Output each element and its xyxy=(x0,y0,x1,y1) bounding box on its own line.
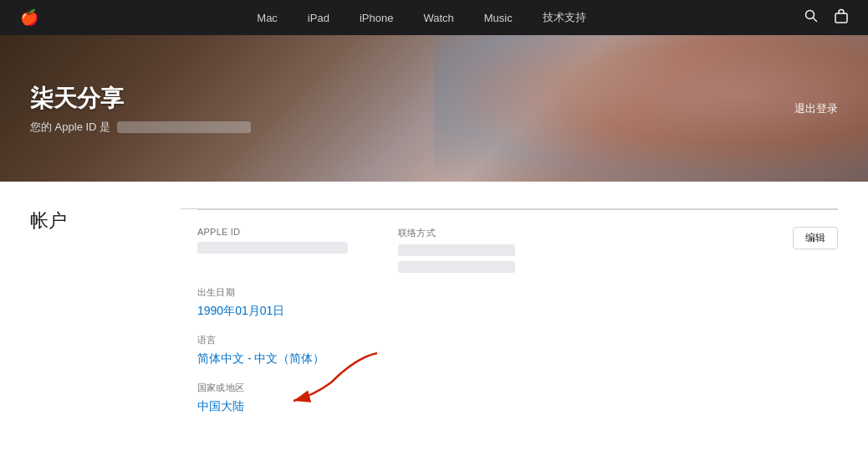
hero-apple-id-redacted xyxy=(117,121,251,133)
account-columns: APPLE ID 联络方式 xyxy=(197,227,515,276)
apple-id-column: APPLE ID xyxy=(197,227,348,276)
account-content: 帐户 APPLE ID 联络方式 编辑 xyxy=(0,182,868,441)
contact-redacted-2 xyxy=(398,261,515,273)
logout-button[interactable]: 退出登录 xyxy=(794,101,838,116)
main-inner: APPLE ID 联络方式 编辑 出生日期 1990年01月01日 xyxy=(197,209,838,414)
nav-item-music[interactable]: Music xyxy=(469,0,528,35)
region-value[interactable]: 中国大陆 xyxy=(197,399,838,414)
hero-banner: 柒天分享 您的 Apple ID 是 退出登录 xyxy=(0,35,868,182)
svg-line-1 xyxy=(814,18,817,22)
nav-item-ipad[interactable]: iPad xyxy=(293,0,345,35)
nav-item-watch[interactable]: Watch xyxy=(408,0,468,35)
edit-button[interactable]: 编辑 xyxy=(793,227,838,249)
language-label: 语言 xyxy=(197,334,838,346)
apple-id-redacted xyxy=(197,242,348,254)
hero-subtitle-text: 您的 Apple ID 是 xyxy=(30,121,110,133)
svg-rect-2 xyxy=(835,13,847,23)
arrow-container: 中国大陆 xyxy=(197,399,838,414)
dob-label: 出生日期 xyxy=(197,286,838,299)
search-icon[interactable] xyxy=(804,9,818,26)
language-field: 语言 简体中文 - 中文（简体） xyxy=(197,334,838,367)
sidebar-title: 帐户 xyxy=(30,208,181,233)
sidebar: 帐户 xyxy=(30,208,181,414)
contact-redacted-1 xyxy=(398,244,515,256)
bag-icon[interactable] xyxy=(835,8,848,27)
navigation: 🍎 Mac iPad iPhone Watch Music 技术支持 xyxy=(0,0,868,35)
contact-column: 联络方式 xyxy=(398,227,515,276)
contact-label: 联络方式 xyxy=(398,227,515,239)
apple-logo-icon[interactable]: 🍎 xyxy=(20,8,38,27)
nav-item-support[interactable]: 技术支持 xyxy=(528,0,601,35)
nav-links: Mac iPad iPhone Watch Music 技术支持 xyxy=(38,0,804,35)
region-label: 国家或地区 xyxy=(197,382,838,394)
nav-icons xyxy=(804,8,848,27)
dob-value[interactable]: 1990年01月01日 xyxy=(197,304,838,319)
dob-field: 出生日期 1990年01月01日 xyxy=(197,286,838,319)
main-section: APPLE ID 联络方式 编辑 出生日期 1990年01月01日 xyxy=(181,208,838,414)
region-field: 国家或地区 中国大陆 xyxy=(197,382,838,414)
hero-title: 柒天分享 xyxy=(30,83,251,115)
hero-subtitle: 您的 Apple ID 是 xyxy=(30,120,251,135)
apple-id-label: APPLE ID xyxy=(197,227,348,237)
nav-item-iphone[interactable]: iPhone xyxy=(345,0,408,35)
language-value[interactable]: 简体中文 - 中文（简体） xyxy=(197,351,838,367)
nav-item-mac[interactable]: Mac xyxy=(242,0,293,35)
hero-content: 柒天分享 您的 Apple ID 是 xyxy=(0,83,281,135)
section-header: APPLE ID 联络方式 编辑 xyxy=(197,227,838,276)
